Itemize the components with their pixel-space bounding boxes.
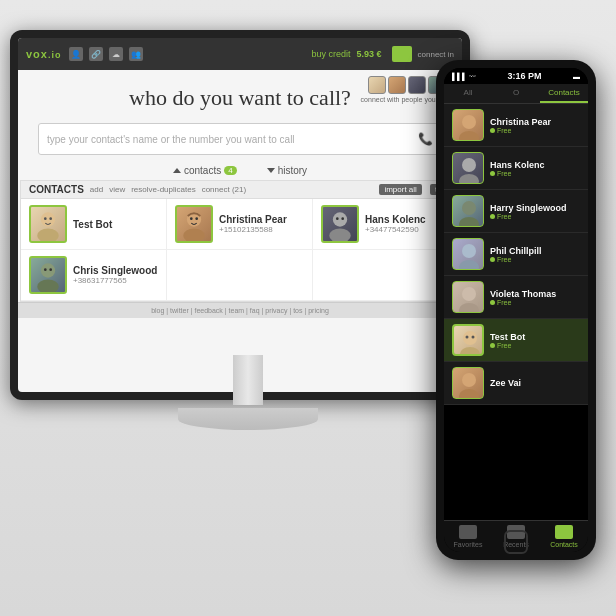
monitor-base [178, 408, 318, 430]
tab-contacts[interactable]: contacts 4 [173, 165, 237, 176]
contact-name-christina: Christina Pear [219, 214, 287, 225]
phone-tab-contacts[interactable]: Contacts [540, 84, 588, 103]
phone-contact-info-testbot: Test Bot Free [490, 332, 580, 349]
monitor-neck [233, 355, 263, 405]
contacts-connect[interactable]: connect (21) [202, 185, 246, 194]
logo-text: vox [26, 48, 48, 60]
contacts-section: CONTACTS add view resolve-duplicates con… [20, 180, 460, 302]
phone-contact-info-phil: Phil Chillpill Free [490, 246, 580, 263]
contact-name-test-bot: Test Bot [73, 219, 112, 230]
phone-avatar-zeevai [452, 367, 484, 399]
phone-contact-status-harry: Free [490, 213, 580, 220]
svg-point-14 [44, 268, 47, 271]
contacts-title: CONTACTS [29, 184, 84, 195]
cloud-icon[interactable]: ☁ [109, 47, 123, 61]
phone-avatar-svg-phil [453, 239, 484, 270]
favorites-label: Favorites [454, 541, 483, 548]
phone-contact-info-harry: Harry Singlewood Free [490, 203, 580, 220]
svg-point-24 [462, 287, 476, 301]
contact-chris[interactable]: Chris Singlewood +38631777565 [21, 250, 167, 301]
status-text-testbot: Free [497, 342, 511, 349]
tab-contacts-label: contacts [184, 165, 221, 176]
contacts-resolve[interactable]: resolve-duplicates [131, 185, 195, 194]
status-text-violeta: Free [497, 299, 511, 306]
svg-point-6 [190, 217, 193, 220]
contact-info-chris: Chris Singlewood +38631777565 [73, 265, 157, 285]
phone-contact-name-phil: Phil Chillpill [490, 246, 580, 256]
logo-tld: .io [48, 50, 62, 60]
svg-point-2 [44, 217, 47, 220]
phone-contact-harry[interactable]: Harry Singlewood Free [444, 190, 588, 233]
contact-phone-chris: +38631777565 [73, 276, 157, 285]
status-dot-hans [490, 171, 495, 176]
phone-contact-name-testbot: Test Bot [490, 332, 580, 342]
contact-empty-1 [167, 250, 313, 301]
svg-point-20 [462, 201, 476, 215]
svg-point-7 [195, 217, 198, 220]
phone-avatar-hans [452, 152, 484, 184]
phone-btn-contacts[interactable]: Contacts [540, 525, 588, 548]
credit-amount: 5.93 € [357, 49, 382, 59]
monitor-screen: vox.io 👤 🔗 ☁ 👥 buy credit 5.93 € connect… [18, 38, 462, 392]
tab-history[interactable]: history [267, 165, 307, 176]
contact-info-test-bot: Test Bot [73, 219, 112, 230]
phone-contact-name-hans: Hans Kolenc [490, 160, 580, 170]
contacts-import-btn[interactable]: import all [379, 184, 421, 195]
phone-tab-all[interactable]: All [444, 84, 492, 103]
contacts-add[interactable]: add [90, 185, 103, 194]
phone-avatar-violeta [452, 281, 484, 313]
screen-footer: blog | twitter | feedback | team | faq |… [18, 302, 462, 318]
phone-contact-christina[interactable]: Christina Pear Free [444, 104, 588, 147]
connect-avatar-1 [368, 76, 386, 94]
buy-credit-label[interactable]: buy credit [311, 49, 350, 59]
svg-point-22 [462, 244, 476, 258]
phone-contact-phil[interactable]: Phil Chillpill Free [444, 233, 588, 276]
phone-contact-hans[interactable]: Hans Kolenc Free [444, 147, 588, 190]
svg-point-31 [459, 389, 479, 399]
scene: vox.io 👤 🔗 ☁ 👥 buy credit 5.93 € connect… [0, 0, 616, 616]
status-dot-violeta [490, 300, 495, 305]
status-text-harry: Free [497, 213, 511, 220]
phone-contact-zeevai[interactable]: Zee Vai [444, 362, 588, 405]
connect-avatars [368, 76, 446, 94]
battery-icon-area: ▬ [573, 73, 580, 80]
contacts-view[interactable]: view [109, 185, 125, 194]
svg-point-13 [37, 279, 58, 292]
contact-test-bot[interactable]: Test Bot [21, 199, 167, 250]
vox-toolbar: vox.io 👤 🔗 ☁ 👥 buy credit 5.93 € connect… [18, 38, 462, 70]
signal-icons: ▌▌▌ 〰 [452, 73, 476, 80]
avatar-svg-hans [323, 207, 357, 241]
status-dot-testbot [490, 343, 495, 348]
svg-point-15 [49, 268, 52, 271]
search-bar[interactable]: type your contact's name or the number y… [38, 123, 442, 155]
phone-contact-status-violeta: Free [490, 299, 580, 306]
phone-contact-name-violeta: Violeta Thomas [490, 289, 580, 299]
phone-avatar-svg-hans [453, 153, 484, 184]
svg-point-21 [459, 217, 479, 227]
footer-links[interactable]: blog | twitter | feedback | team | faq |… [151, 307, 329, 314]
contacts-triangle-icon [173, 168, 181, 173]
svg-point-11 [341, 217, 344, 220]
phone-contact-testbot[interactable]: Test Bot Free [444, 319, 588, 362]
monitor: vox.io 👤 🔗 ☁ 👥 buy credit 5.93 € connect… [10, 30, 485, 460]
phone-btn-favorites[interactable]: Favorites [444, 525, 492, 548]
phone-contact-violeta[interactable]: Violeta Thomas Free [444, 276, 588, 319]
contact-avatar-christina [175, 205, 213, 243]
search-input[interactable]: type your contact's name or the number y… [47, 134, 417, 145]
link-icon[interactable]: 🔗 [89, 47, 103, 61]
contact-christina[interactable]: Christina Pear +15102135588 [167, 199, 313, 250]
status-dot-harry [490, 214, 495, 219]
phone-home-button[interactable] [504, 530, 528, 554]
phone-tab-other[interactable]: O [492, 84, 540, 103]
svg-point-29 [472, 336, 475, 339]
group-icon[interactable]: 👥 [129, 47, 143, 61]
status-dot-christina [490, 128, 495, 133]
svg-point-9 [329, 228, 350, 241]
phone-tabs: All O Contacts [444, 84, 588, 104]
phone-avatar-svg-testbot [454, 326, 484, 356]
svg-point-3 [49, 217, 52, 220]
phone-contact-status-phil: Free [490, 256, 580, 263]
svg-point-28 [466, 336, 469, 339]
svg-point-12 [41, 263, 55, 277]
user-icon[interactable]: 👤 [69, 47, 83, 61]
